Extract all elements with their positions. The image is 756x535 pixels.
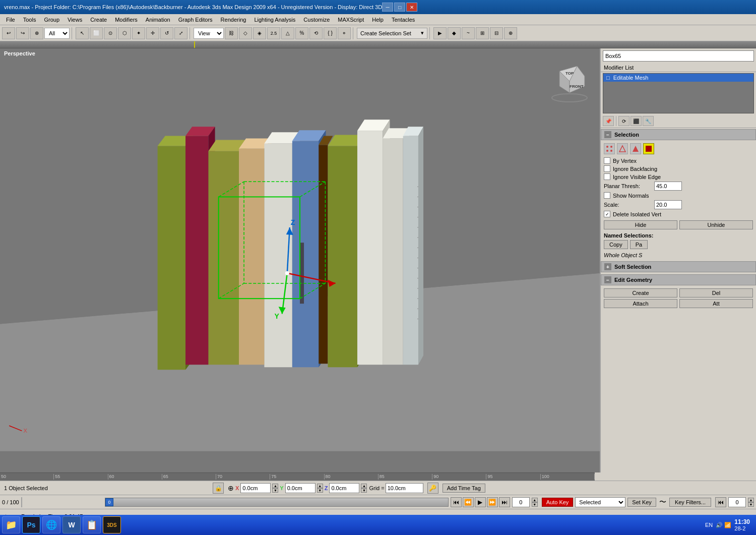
x-coord-input[interactable] <box>240 483 271 493</box>
object-name-input[interactable] <box>603 50 754 62</box>
menu-create[interactable]: Create <box>86 16 111 24</box>
select-cursor-btn[interactable]: ↖ <box>76 27 89 39</box>
menu-animation[interactable]: Animation <box>142 16 174 24</box>
menu-file[interactable]: File <box>2 16 19 24</box>
tool-render2[interactable]: ⊟ <box>490 27 503 39</box>
menu-maxscript[interactable]: MAXScript <box>334 16 368 24</box>
auto-key-button[interactable]: Auto Key <box>542 498 574 507</box>
close-button[interactable]: ✕ <box>406 3 417 12</box>
z-spin-down[interactable]: ▼ <box>361 488 367 493</box>
utilities-icon-btn[interactable]: 🔧 <box>643 116 654 126</box>
select-face-btn[interactable] <box>630 143 641 154</box>
select-all-btn[interactable]: ✦ <box>132 27 145 39</box>
menu-help[interactable]: Help <box>368 16 388 24</box>
taskbar-word[interactable]: W <box>62 516 81 533</box>
pin-icon-btn[interactable]: 📌 <box>603 116 614 126</box>
ignore-backfacing-checkbox[interactable] <box>604 165 610 172</box>
minimize-button[interactable]: ─ <box>382 3 393 12</box>
move-btn[interactable]: ✛ <box>146 27 159 39</box>
goto-end-btn[interactable]: ⏭ <box>499 497 510 507</box>
prev-frame-btn[interactable]: ⏪ <box>463 497 474 507</box>
delete-isolated-checkbox[interactable] <box>604 211 610 217</box>
anim-goto-start-btn[interactable]: ⏮ <box>715 497 726 507</box>
x-spin-down[interactable]: ▼ <box>272 488 278 493</box>
select-region-circle-btn[interactable]: ⊙ <box>104 27 117 39</box>
tool-misc2[interactable]: △ <box>281 27 294 39</box>
taskbar-chrome[interactable]: 🌐 <box>42 516 60 533</box>
menu-lighting-analysis[interactable]: Lighting Analysis <box>250 16 299 24</box>
select-polygon-btn[interactable] <box>643 143 654 154</box>
key-filters-button[interactable]: Key Filters... <box>669 498 711 507</box>
copy-named-sel-button[interactable]: Copy <box>604 240 628 249</box>
tool-play[interactable]: ▶ <box>433 27 447 39</box>
ignore-visible-edges-checkbox[interactable] <box>604 173 610 180</box>
y-spin-down[interactable]: ▼ <box>317 488 323 493</box>
time-marker[interactable]: 0 <box>105 498 113 506</box>
select-edge-btn[interactable] <box>617 143 628 154</box>
toolbar-undo[interactable]: ↩ <box>2 27 15 39</box>
select-region-rect-btn[interactable]: ⬜ <box>90 27 103 39</box>
next-frame-btn[interactable]: ⏩ <box>487 497 498 507</box>
create-selection-set-dropdown[interactable]: Create Selection Set ▾ <box>357 28 427 39</box>
set-key-button[interactable]: Set Key <box>627 498 656 507</box>
y-spin-up[interactable]: ▲ <box>317 484 323 488</box>
show-normals-checkbox[interactable] <box>604 192 610 199</box>
tool-material[interactable]: ◇ <box>239 27 252 39</box>
attach-button[interactable]: Attach <box>604 299 677 308</box>
by-vertex-checkbox[interactable] <box>604 157 610 164</box>
goto-start-btn[interactable]: ⏮ <box>451 497 462 507</box>
add-time-tag-button[interactable]: Add Time Tag <box>443 484 485 493</box>
select-region-fence-btn[interactable]: ⬡ <box>118 27 131 39</box>
tool-render-teapot[interactable]: ◈ <box>253 27 266 39</box>
viewport-nav-cube[interactable]: TOP FRONT <box>549 58 590 99</box>
menu-group[interactable]: Group <box>40 16 64 24</box>
x-spin-up[interactable]: ▲ <box>272 484 278 488</box>
frame-end-spin-up[interactable]: ▲ <box>748 498 754 502</box>
tool-render1[interactable]: ⊞ <box>476 27 489 39</box>
toolbar-select[interactable]: ⊕ <box>30 27 43 39</box>
x-coord-spinner[interactable]: ▲ ▼ <box>272 484 278 493</box>
y-coord-input[interactable] <box>285 483 316 493</box>
editable-mesh-entry[interactable]: □ Editable Mesh <box>603 74 753 82</box>
play-btn[interactable]: ▶ <box>475 497 486 507</box>
unhide-button[interactable]: Unhide <box>679 220 753 229</box>
taskbar-photoshop[interactable]: Ps <box>22 516 40 533</box>
scale-btn[interactable]: ⤢ <box>174 27 187 39</box>
motion-icon-btn[interactable]: ⟳ <box>618 116 629 126</box>
selected-dropdown[interactable]: Selected <box>575 497 625 507</box>
tool-render3[interactable]: ⊕ <box>504 27 517 39</box>
menu-graph-editors[interactable]: Graph Editors <box>174 16 217 24</box>
frame-end-input[interactable] <box>728 497 746 507</box>
edit-geometry-rollout-header[interactable]: − Edit Geometry <box>601 274 756 285</box>
tool-link[interactable]: ⛓ <box>225 27 238 39</box>
tool-misc4[interactable]: ⟲ <box>309 27 323 39</box>
timeline-strip[interactable] <box>0 41 756 48</box>
filter-dropdown[interactable]: All <box>44 28 70 39</box>
attach2-button[interactable]: Att <box>679 299 753 308</box>
viewport[interactable]: Perspective <box>0 48 600 472</box>
frame-spin-up[interactable]: ▲ <box>532 498 538 502</box>
tool-mat-edit[interactable]: ◆ <box>448 27 461 39</box>
timeline-ruler[interactable]: 50 55 60 65 70 75 80 85 90 95 100 <box>0 472 595 481</box>
menu-rendering[interactable]: Rendering <box>217 16 250 24</box>
menu-modifiers[interactable]: Modifiers <box>111 16 142 24</box>
menu-tentacles[interactable]: Tentacles <box>388 16 419 24</box>
menu-customize[interactable]: Customize <box>299 16 334 24</box>
z-coord-spinner[interactable]: ▲ ▼ <box>361 484 367 493</box>
menu-views[interactable]: Views <box>64 16 86 24</box>
time-slider[interactable]: 0 <box>105 498 449 507</box>
z-spin-up[interactable]: ▲ <box>361 484 367 488</box>
create-geo-button[interactable]: Create <box>604 288 677 298</box>
tool-misc1[interactable]: 2.5 <box>267 27 280 39</box>
tool-curve[interactable]: ~ <box>462 27 475 39</box>
view-dropdown[interactable]: View <box>194 28 224 39</box>
paste-named-sel-button[interactable]: Pa <box>630 240 648 249</box>
select-vertex-btn[interactable] <box>604 143 615 154</box>
frame-end-spin-down[interactable]: ▼ <box>748 502 754 507</box>
hide-button[interactable]: Hide <box>604 220 677 229</box>
taskbar-3dsmax[interactable]: 3DS <box>103 516 121 533</box>
planar-thresh-input[interactable] <box>654 182 682 191</box>
scale-input[interactable] <box>654 200 682 209</box>
taskbar-file-manager[interactable]: 📁 <box>2 516 20 533</box>
soft-selection-rollout-header[interactable]: + Soft Selection <box>601 261 756 272</box>
